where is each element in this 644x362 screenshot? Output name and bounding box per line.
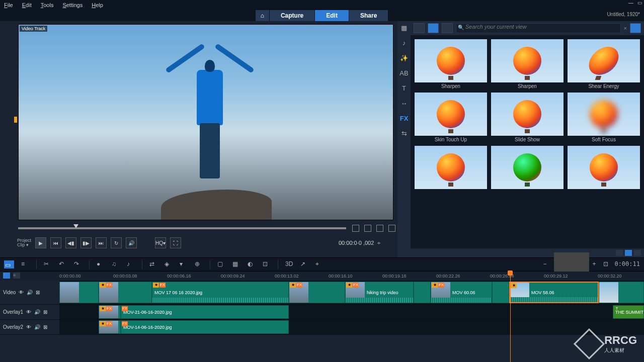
track-lock-icon[interactable]: ⊠ bbox=[36, 290, 40, 295]
timeline-clip[interactable]: ★FXMOV 17 06 16 2020.jpg bbox=[152, 282, 289, 303]
lib-transition-icon[interactable]: ✨ bbox=[399, 54, 409, 63]
menu-file[interactable]: File bbox=[4, 2, 13, 8]
share-tab[interactable]: Share bbox=[349, 10, 388, 21]
track-visibility-icon[interactable]: 👁 bbox=[19, 290, 24, 295]
timeline-clip[interactable]: TTHE SUMMIT bbox=[613, 305, 644, 319]
redo-icon[interactable]: ↷ bbox=[74, 260, 82, 268]
edit-tab[interactable]: Edit bbox=[315, 10, 349, 21]
preview-scrubber[interactable] bbox=[18, 227, 346, 229]
timecode-tl[interactable]: 0:00:11 bbox=[614, 260, 640, 268]
timeline-clip[interactable] bbox=[492, 282, 509, 303]
timeline-clip[interactable] bbox=[414, 282, 431, 303]
timeline-toggle[interactable]: ≡ bbox=[21, 260, 29, 268]
menu-edit[interactable]: Edit bbox=[22, 2, 32, 8]
track-visibility-icon[interactable]: 👁 bbox=[26, 309, 31, 315]
effect-item[interactable]: Skin Touch Up bbox=[415, 93, 487, 143]
lib-motion-icon[interactable]: ↔ bbox=[399, 100, 409, 109]
lib-audio-icon[interactable]: ♪ bbox=[399, 39, 409, 48]
3d-icon[interactable]: 3D bbox=[285, 260, 293, 268]
marker-out-icon[interactable] bbox=[364, 225, 371, 232]
track-mute-icon[interactable]: 🔊 bbox=[34, 324, 40, 330]
track-mute-icon[interactable]: 🔊 bbox=[27, 290, 33, 295]
marker-in-icon[interactable] bbox=[352, 225, 359, 232]
split-icon[interactable] bbox=[376, 225, 383, 232]
record-icon[interactable]: ● bbox=[97, 260, 105, 268]
timeline-clip[interactable]: ★MOV 58.06 bbox=[509, 282, 599, 303]
effect-item[interactable]: Shear Energy bbox=[568, 39, 640, 89]
maximize-button[interactable]: ▭ bbox=[637, 0, 642, 6]
preview-viewport[interactable]: Video Track bbox=[18, 24, 393, 220]
track-menu-button[interactable]: ≡ bbox=[13, 273, 20, 279]
menu-tools[interactable]: Tools bbox=[41, 2, 54, 8]
step-fwd-button[interactable]: ▮▶ bbox=[80, 237, 92, 248]
effect-item[interactable]: Sharpen bbox=[491, 39, 564, 89]
lib-media-icon[interactable]: ▦ bbox=[399, 24, 409, 33]
go-start-button[interactable]: ⏮ bbox=[50, 237, 61, 248]
motion-track-icon[interactable]: ⌖ bbox=[315, 260, 324, 268]
chapter-icon[interactable]: ◈ bbox=[165, 260, 173, 268]
timeline-ruler[interactable]: + ≡ 0:00:00.0000:00:03.0800:00:06.1600:0… bbox=[0, 272, 644, 281]
lib-fx-icon[interactable]: FX bbox=[399, 115, 409, 124]
effect-item[interactable]: Slide Show bbox=[491, 93, 564, 143]
mixer-icon[interactable]: ♫ bbox=[112, 260, 120, 268]
timeline-clip[interactable]: FXMOV-21-06-16-2020.jpg bbox=[121, 305, 289, 319]
capture-tab[interactable]: Capture bbox=[270, 10, 315, 21]
track-visibility-icon[interactable]: 👁 bbox=[26, 324, 31, 330]
ripple-icon[interactable]: ⇄ bbox=[149, 260, 157, 268]
lib-title-icon[interactable]: AB bbox=[399, 69, 409, 78]
step-back-button[interactable]: ◀▮ bbox=[65, 237, 76, 248]
timeline-clip[interactable]: ★FXMOV 60.06 bbox=[431, 282, 492, 303]
search-clear-icon[interactable]: × bbox=[624, 25, 627, 31]
effect-item[interactable] bbox=[415, 146, 487, 196]
menu-help[interactable]: Help bbox=[92, 2, 103, 8]
track-lock-icon[interactable]: ⊠ bbox=[43, 309, 47, 315]
trim-handle-left[interactable] bbox=[14, 117, 17, 123]
subtitle-icon[interactable]: ▢ bbox=[217, 260, 225, 268]
overlay1-track-header[interactable]: Overlay1 👁 🔊 ⊠ bbox=[0, 305, 59, 319]
video-track-header[interactable]: Video 👁 🔊 ⊠ bbox=[0, 281, 59, 304]
fullscreen-button[interactable]: ⛶ bbox=[170, 237, 181, 248]
play-button[interactable]: ▶ bbox=[35, 237, 46, 248]
overlay2-track-header[interactable]: Overlay2 👁 🔊 ⊠ bbox=[0, 320, 59, 334]
timeline-clip[interactable] bbox=[599, 282, 644, 303]
home-tab[interactable]: ⌂ bbox=[256, 10, 270, 21]
undo-icon[interactable]: ↶ bbox=[59, 260, 67, 268]
scrubber-playhead[interactable] bbox=[73, 224, 78, 228]
snapshot-icon[interactable] bbox=[388, 225, 395, 232]
loop-button[interactable]: ↻ bbox=[111, 237, 122, 248]
timeline-clip[interactable]: ★FX bbox=[99, 305, 121, 319]
effect-item[interactable]: Soft Focus bbox=[568, 93, 640, 143]
add-track-button[interactable]: + bbox=[3, 273, 10, 279]
lib-path-icon[interactable]: ⇆ bbox=[399, 130, 409, 139]
fit-project-icon[interactable]: ⊡ bbox=[603, 260, 611, 268]
effect-item[interactable]: Sharpen bbox=[415, 39, 487, 89]
zoom-out-icon[interactable]: − bbox=[543, 260, 551, 268]
timeline-clip[interactable]: ★FX bbox=[99, 282, 152, 303]
lib-view-grid-button[interactable] bbox=[428, 23, 439, 33]
storyboard-toggle[interactable]: ▭ bbox=[4, 260, 14, 268]
lib-folder-button[interactable] bbox=[414, 23, 425, 33]
lib-panel-toggle[interactable] bbox=[630, 23, 641, 33]
scissors-icon[interactable]: ✂ bbox=[44, 260, 52, 268]
auto-music-icon[interactable]: ♪ bbox=[127, 260, 135, 268]
multi-cam-icon[interactable]: ▦ bbox=[232, 260, 240, 268]
pan-zoom-icon[interactable]: ⊡ bbox=[263, 260, 271, 268]
track-lock-icon[interactable]: ⊠ bbox=[43, 324, 47, 330]
time-remap-icon[interactable]: ↗ bbox=[300, 260, 308, 268]
marker-icon[interactable]: ▾ bbox=[180, 260, 188, 268]
playback-mode-label[interactable]: Project Clip ▾ bbox=[17, 238, 31, 247]
effect-item[interactable] bbox=[568, 146, 640, 196]
aspect-button[interactable]: HQ▾ bbox=[155, 237, 166, 248]
track-mute-icon[interactable]: 🔊 bbox=[34, 309, 40, 315]
effect-item[interactable] bbox=[491, 146, 564, 196]
timeline-clip[interactable]: ★FX bbox=[289, 282, 345, 303]
menu-settings[interactable]: Settings bbox=[62, 2, 83, 8]
volume-button[interactable]: 🔊 bbox=[126, 237, 137, 248]
lib-text-icon[interactable]: T bbox=[399, 84, 409, 94]
timeline-clip[interactable]: ★FX bbox=[99, 320, 121, 334]
lib-view-list-button[interactable] bbox=[442, 23, 453, 33]
timeline-clip[interactable] bbox=[59, 282, 99, 303]
track-motion-icon[interactable]: ⊕ bbox=[195, 260, 203, 268]
zoom-in-icon[interactable]: + bbox=[592, 260, 600, 268]
go-end-button[interactable]: ⏭ bbox=[96, 237, 107, 248]
